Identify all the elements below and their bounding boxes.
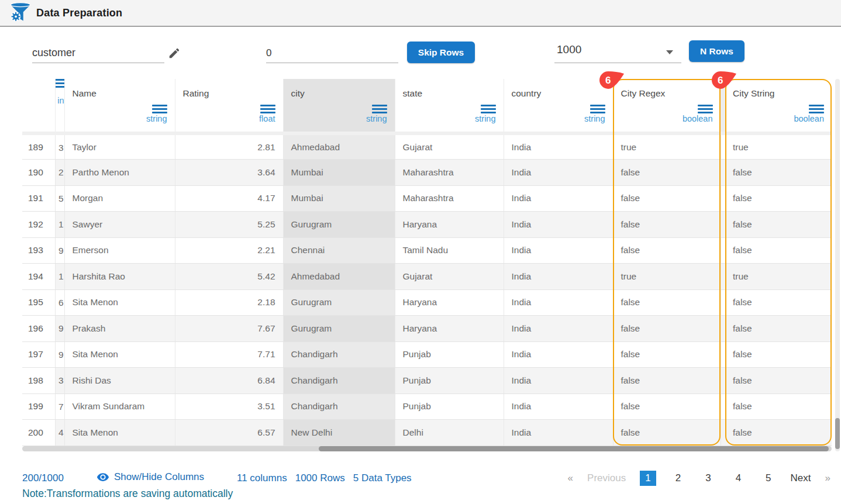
city-cell: Mumbai	[283, 185, 395, 212]
column-gap-cell	[721, 185, 725, 212]
rating-cell: 2.81	[175, 133, 283, 160]
country-cell: India	[504, 160, 613, 186]
state-cell: Haryana	[395, 316, 504, 342]
country-cell: India	[504, 212, 613, 238]
horizontal-scrollbar-thumb[interactable]	[319, 446, 829, 451]
skip-rows-button[interactable]: Skip Rows	[407, 42, 475, 63]
column-header-state: state string	[395, 79, 504, 133]
table-row: 193 9 Emerson 2.21 Chennai Tamil Nadu In…	[22, 237, 832, 264]
cust-id-cell-clipped: 7	[55, 393, 64, 420]
columns-count-link[interactable]: 11 columns	[237, 472, 287, 484]
rating-cell: 7.67	[175, 316, 283, 342]
pagination: « Previous 12345 Next »	[568, 471, 830, 486]
column-type-label: boolean	[683, 114, 713, 123]
city-cell: Mumbai	[283, 160, 395, 186]
rating-cell: 3.51	[175, 393, 283, 420]
country-cell: India	[504, 368, 613, 394]
country-cell: India	[504, 393, 613, 420]
state-cell: Punjab	[395, 393, 504, 420]
city-string-cell: false	[725, 316, 832, 342]
rows-count-link[interactable]: 1000 Rows	[295, 472, 345, 484]
n-rows-select[interactable]: 1000	[554, 40, 681, 63]
n-rows-button[interactable]: N Rows	[689, 40, 745, 62]
pagination-next-icon[interactable]: »	[825, 472, 830, 484]
city-regex-cell: false	[613, 316, 721, 342]
name-cell: Morgan	[64, 185, 175, 212]
column-gap-cell	[721, 133, 725, 160]
name-cell: Partho Menon	[64, 160, 175, 186]
city-string-cell: false	[725, 393, 832, 420]
column-gap-cell	[721, 264, 725, 290]
annotation-badge-city-string[interactable]: 6	[711, 71, 737, 89]
data-types-link[interactable]: 5 Data Types	[353, 472, 412, 484]
table-row: 192 1 Sawyer 5.25 Gurugram Haryana India…	[22, 212, 832, 238]
dataset-name-input[interactable]	[32, 43, 164, 63]
city-regex-cell: false	[613, 237, 721, 264]
vertical-scrollbar-thumb[interactable]	[835, 418, 840, 449]
row-number-cell: 197	[22, 341, 55, 368]
svg-text:6: 6	[605, 75, 611, 86]
city-regex-cell: true	[613, 133, 721, 160]
pagination-page-button[interactable]: 1	[640, 471, 656, 486]
data-table: int Name string Rating float city	[22, 79, 832, 446]
city-string-cell: false	[725, 289, 832, 316]
rating-cell: 6.57	[175, 420, 283, 446]
state-cell: Maharashtra	[395, 185, 504, 212]
pagination-pages: 12345	[640, 471, 776, 486]
name-cell: Sita Menon	[64, 289, 175, 316]
pagination-page-button[interactable]: 5	[760, 471, 776, 486]
annotation-badge-city-regex[interactable]: 6	[599, 71, 625, 89]
rating-cell: 6.84	[175, 368, 283, 394]
row-number-cell: 193	[22, 237, 55, 264]
pagination-page-button[interactable]: 2	[670, 471, 686, 486]
city-cell: Gurugram	[283, 316, 395, 342]
row-number-cell: 194	[22, 264, 55, 290]
state-cell: Punjab	[395, 341, 504, 368]
city-cell: Ahmedabad	[283, 264, 395, 290]
app-header: Data Preparation	[0, 0, 841, 27]
edit-pencil-icon[interactable]	[168, 47, 181, 60]
state-cell: Haryana	[395, 212, 504, 238]
pagination-prev-icon[interactable]: «	[568, 472, 573, 484]
column-header-country: country string	[504, 79, 613, 133]
name-cell: Rishi Das	[64, 368, 175, 394]
table-row: 196 9 Prakash 7.67 Gurugram Haryana Indi…	[22, 316, 832, 342]
funnel-gear-logo-icon	[9, 2, 32, 24]
country-cell: India	[504, 264, 613, 290]
state-cell: Tamil Nadu	[395, 237, 504, 264]
pagination-page-button[interactable]: 3	[700, 471, 716, 486]
column-header-city-regex: City Regex boolean	[613, 79, 721, 133]
vertical-scrollbar-track	[835, 79, 840, 451]
data-preparation-page: Data Preparation Skip Rows 1000 N Rows	[0, 0, 841, 504]
row-number-cell: 195	[22, 289, 55, 316]
column-type-label: float	[259, 114, 275, 123]
city-cell: Gurugram	[283, 212, 395, 238]
rating-cell: 2.21	[175, 237, 283, 264]
city-cell: Gurugram	[283, 289, 395, 316]
column-header-city-selected[interactable]: city string	[283, 79, 395, 133]
pagination-page-button[interactable]: 4	[730, 471, 746, 486]
pagination-next-button[interactable]: Next	[791, 472, 811, 484]
cust-id-cell-clipped: 9	[55, 237, 64, 264]
column-gap-cell	[721, 212, 725, 238]
table-row: 194 1 Harshita Rao 5.42 Ahmedabad Gujara…	[22, 264, 832, 290]
row-progress-link[interactable]: 200/1000	[22, 472, 64, 484]
show-hide-columns-button[interactable]: Show/Hide Columns	[96, 471, 204, 484]
column-type-label: string	[146, 114, 167, 123]
row-number-cell: 199	[22, 393, 55, 420]
state-cell: Haryana	[395, 289, 504, 316]
column-menu-icon[interactable]	[55, 79, 64, 88]
cust-id-cell-clipped: 9	[55, 316, 64, 342]
country-cell: India	[504, 237, 613, 264]
skip-rows-count-input[interactable]	[266, 43, 398, 63]
city-string-cell: false	[725, 341, 832, 368]
state-cell: Gujarat	[395, 264, 504, 290]
city-cell: Chandigarh	[283, 368, 395, 394]
svg-text:6: 6	[718, 75, 723, 86]
column-gap-cell	[721, 316, 725, 342]
row-number-cell: 196	[22, 316, 55, 342]
pagination-previous-button[interactable]: Previous	[587, 472, 626, 484]
cust-id-cell-clipped: 9	[55, 341, 64, 368]
table-header-row: int Name string Rating float city	[22, 79, 832, 133]
city-string-cell: false	[725, 368, 832, 394]
